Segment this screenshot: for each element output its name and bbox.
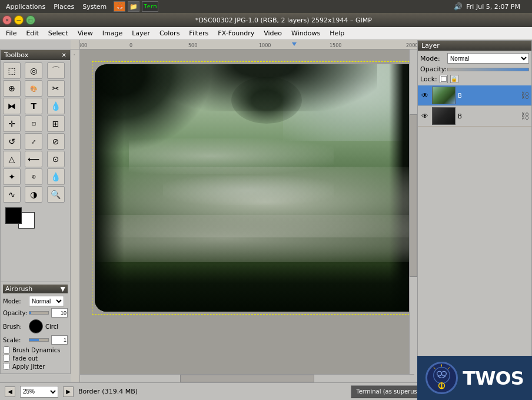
opacity-fill bbox=[29, 312, 31, 314]
brush-name: Circl bbox=[45, 323, 58, 330]
foreground-color-swatch[interactable] bbox=[5, 207, 22, 224]
layer-item-2[interactable]: 👁 B ⛓ bbox=[418, 106, 531, 127]
tool-ellipse-select[interactable]: ◎ bbox=[25, 62, 42, 79]
menu-filters[interactable]: Filters bbox=[184, 28, 213, 38]
airbrush-collapse-btn[interactable]: ▼ bbox=[61, 285, 65, 293]
tool-text[interactable]: T bbox=[25, 98, 42, 114]
tool-free-select[interactable]: ⌒ bbox=[47, 62, 65, 79]
airbrush-title-bar: Airbrush ▼ bbox=[3, 285, 68, 293]
layer-item-1[interactable]: 👁 B ⛓ bbox=[418, 85, 531, 106]
scrollbar-h-thumb[interactable] bbox=[180, 375, 314, 382]
opacity-slider[interactable] bbox=[29, 311, 49, 315]
layer-list: 👁 B ⛓ 👁 B ⛓ bbox=[418, 85, 531, 363]
places-menu[interactable]: Places bbox=[50, 2, 78, 12]
tool-color-picker[interactable]: 💧 bbox=[47, 98, 65, 114]
fade-out-label: Fade out bbox=[12, 355, 38, 362]
tool-scale[interactable]: ⤢ bbox=[25, 133, 42, 150]
layers-panel-title: Layer bbox=[418, 41, 531, 51]
twos-branding: TWOS bbox=[417, 356, 532, 400]
mode-label: Mode: bbox=[3, 298, 26, 305]
opacity-input[interactable] bbox=[51, 308, 68, 318]
close-button[interactable]: ✕ bbox=[2, 15, 12, 25]
status-nav-next[interactable]: ▶ bbox=[63, 386, 74, 397]
brush-dynamics-checkbox[interactable] bbox=[3, 346, 10, 353]
menu-edit[interactable]: Edit bbox=[21, 28, 43, 38]
lock-pixels-checkbox[interactable] bbox=[440, 75, 448, 83]
brush-dynamics-row: Brush Dynamics bbox=[3, 346, 68, 353]
lock-row: Lock: 🔒 bbox=[420, 75, 529, 83]
tool-paths[interactable]: ⧓ bbox=[3, 98, 21, 114]
svg-line-18 bbox=[434, 367, 435, 369]
tool-fuzzy-select[interactable]: ⊕ bbox=[3, 80, 21, 97]
svg-text:-: - bbox=[72, 54, 77, 55]
airbrush-opacity-row: Opacity: bbox=[3, 308, 68, 318]
menu-windows[interactable]: Windows bbox=[287, 28, 325, 38]
tool-smudge[interactable]: ∿ bbox=[3, 186, 21, 203]
brush-preview[interactable] bbox=[29, 319, 43, 333]
scrollbar-vertical[interactable] bbox=[409, 49, 417, 374]
menu-video[interactable]: Video bbox=[259, 28, 287, 38]
fade-out-row: Fade out bbox=[3, 355, 68, 362]
svg-text:1500: 1500 bbox=[330, 43, 341, 48]
terminal-icon[interactable]: Term bbox=[142, 1, 158, 12]
lock-alpha-icon[interactable]: 🔒 bbox=[450, 75, 458, 83]
status-message: Border (319.4 MB) bbox=[78, 388, 138, 395]
menu-colors[interactable]: Colors bbox=[155, 28, 184, 38]
menu-layer[interactable]: Layer bbox=[127, 28, 155, 38]
ruler-h-marker bbox=[292, 42, 297, 46]
tool-flip[interactable]: ⟵ bbox=[25, 151, 42, 167]
tool-scissors[interactable]: ✂ bbox=[47, 80, 65, 97]
firefox-icon[interactable]: 🦊 bbox=[114, 1, 125, 12]
tool-clone[interactable]: ⊙ bbox=[47, 151, 65, 167]
minimize-button[interactable]: — bbox=[14, 15, 24, 25]
tool-perspective[interactable]: △ bbox=[3, 151, 21, 167]
scrollbar-horizontal[interactable] bbox=[80, 374, 414, 382]
tool-heal[interactable]: ✦ bbox=[3, 168, 21, 185]
menu-select[interactable]: Select bbox=[44, 28, 73, 38]
tool-rotate[interactable]: ↺ bbox=[3, 133, 21, 150]
mist-patch-1 bbox=[129, 138, 334, 174]
fade-out-checkbox[interactable] bbox=[3, 355, 10, 362]
folder-icon[interactable]: 📁 bbox=[128, 1, 139, 12]
tool-shear[interactable]: ⊘ bbox=[47, 133, 65, 150]
menu-file[interactable]: File bbox=[1, 28, 21, 38]
menu-image[interactable]: Image bbox=[98, 28, 127, 38]
menu-help[interactable]: Help bbox=[325, 28, 349, 38]
scale-slider[interactable] bbox=[29, 338, 49, 342]
menu-view[interactable]: View bbox=[73, 28, 98, 38]
tool-dodge-burn[interactable]: ◑ bbox=[25, 186, 42, 203]
tool-crop[interactable]: ⊞ bbox=[47, 115, 65, 132]
maximize-button[interactable]: □ bbox=[26, 15, 35, 25]
toolbox-close-button[interactable]: ✕ bbox=[62, 52, 66, 58]
apply-jitter-label: Apply Jitter bbox=[12, 363, 45, 370]
layer-visibility-2[interactable]: 👁 bbox=[420, 111, 430, 121]
scale-input[interactable] bbox=[51, 335, 68, 345]
svg-text:1000: 1000 bbox=[259, 43, 271, 48]
apply-jitter-checkbox[interactable] bbox=[3, 363, 10, 370]
mode-select[interactable]: Normal bbox=[29, 296, 64, 306]
layers-opacity-slider[interactable] bbox=[447, 68, 529, 71]
tool-blur-sharpen[interactable]: 💧 bbox=[47, 168, 65, 185]
tool-align[interactable]: ⊡ bbox=[25, 115, 42, 132]
image-canvas[interactable] bbox=[95, 64, 417, 312]
status-nav-prev[interactable]: ◀ bbox=[5, 386, 15, 397]
sys-app-icons: 🦊 📁 Term bbox=[114, 1, 158, 12]
applications-menu[interactable]: Applications bbox=[2, 2, 49, 12]
tool-perspective-clone[interactable]: ⊕ bbox=[25, 168, 42, 185]
tool-rect-select[interactable]: ⬚ bbox=[3, 62, 21, 79]
layers-mode-row: Mode: Normal Multiply Screen bbox=[420, 53, 529, 64]
volume-icon[interactable]: 🔊 bbox=[454, 2, 463, 11]
tool-move[interactable]: ✛ bbox=[3, 115, 21, 132]
zoom-select[interactable]: 25% 50% 100% bbox=[20, 386, 58, 398]
tool-select-by-color[interactable]: 🎨 bbox=[25, 80, 42, 97]
layers-mode-select[interactable]: Normal Multiply Screen bbox=[447, 53, 529, 64]
scrollbar-v-thumb[interactable] bbox=[410, 114, 417, 277]
ruler-vertical: - bbox=[71, 40, 80, 382]
layer-visibility-1[interactable]: 👁 bbox=[420, 91, 430, 100]
tool-zoom[interactable]: 🔍 bbox=[47, 186, 65, 203]
system-menu[interactable]: System bbox=[79, 2, 110, 12]
menu-fxfoundry[interactable]: FX-Foundry bbox=[213, 28, 259, 38]
left-edge-dark bbox=[95, 64, 124, 312]
title-bar: ✕ — □ *DSC00302.JPG-1.0 (RGB, 2 layers) … bbox=[0, 13, 532, 27]
lock-label: Lock: bbox=[420, 75, 437, 83]
